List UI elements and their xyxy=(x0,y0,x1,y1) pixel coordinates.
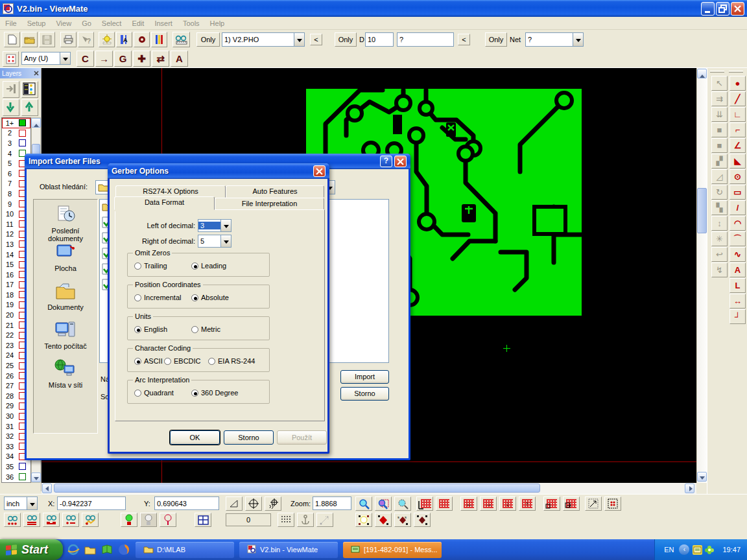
place-computer[interactable]: Tento počítač xyxy=(34,320,97,350)
menu-insert[interactable]: Insert xyxy=(149,19,178,27)
filled-square-2-tool[interactable]: ■ xyxy=(711,138,728,153)
filled-square-tool[interactable]: ■ xyxy=(711,122,728,137)
radio-leading[interactable]: Leading xyxy=(191,262,226,270)
layers-scroll-down-icon[interactable] xyxy=(31,472,41,482)
radio-quadrant[interactable]: Quadrant xyxy=(134,389,174,397)
menu-view[interactable]: View xyxy=(51,19,77,27)
triangle-draw-tool[interactable]: ◣ xyxy=(729,154,746,169)
right-of-decimal-arrow-icon[interactable] xyxy=(220,235,231,247)
import-cancel-button[interactable]: Storno xyxy=(340,387,389,401)
aperture-tool-2-button[interactable]: → xyxy=(95,51,113,67)
measure-angle-button[interactable] xyxy=(226,496,243,511)
tray-icq-icon[interactable] xyxy=(705,545,715,555)
layer-color-swatch[interactable] xyxy=(19,119,26,126)
view-pads-button[interactable] xyxy=(4,513,21,527)
place-desktop[interactable]: Plocha xyxy=(34,242,97,272)
radio-button-icon[interactable] xyxy=(134,358,141,365)
scroll-right-icon[interactable] xyxy=(685,484,694,493)
net-combo-arrow-icon[interactable] xyxy=(573,33,583,46)
quicklaunch-folder-icon[interactable] xyxy=(84,543,97,556)
view-traces-button[interactable] xyxy=(23,513,40,527)
draw-pad-button[interactable] xyxy=(375,513,392,527)
gerber-dialog-close-button[interactable] xyxy=(313,165,326,177)
layer-combo-arrow-icon[interactable] xyxy=(294,33,304,46)
arc-draw-tool[interactable]: ◠ xyxy=(729,216,746,231)
taskbar-task-2[interactable]: V2.bin - ViewMate xyxy=(239,542,338,558)
polyline-draw-tool[interactable]: ∟ xyxy=(729,107,746,122)
zoom-selection-button[interactable] xyxy=(375,496,392,511)
import-dialog-help-button[interactable]: ? xyxy=(380,156,392,167)
import-button[interactable]: Import xyxy=(340,370,389,384)
move-forward-tool[interactable]: ⇉ xyxy=(711,91,728,106)
pan-left-button[interactable]: ← xyxy=(460,496,477,511)
radio-button-icon[interactable] xyxy=(208,358,215,365)
units-combo-arrow-icon[interactable] xyxy=(27,497,37,509)
layer-table-button[interactable] xyxy=(21,81,38,98)
aperture-tool-5-button[interactable]: ⇄ xyxy=(152,51,169,67)
pan-right-button[interactable]: → xyxy=(480,496,497,511)
split-view-button[interactable] xyxy=(195,513,211,527)
toolbar-grip[interactable] xyxy=(729,71,743,73)
radio-button-icon[interactable] xyxy=(191,326,198,333)
units-combo[interactable]: inch xyxy=(4,496,38,510)
aperture-tool-3-button[interactable]: G xyxy=(114,51,132,67)
layers-panel-title[interactable]: Layers xyxy=(0,68,41,78)
vertical-scrollbar[interactable] xyxy=(696,68,707,483)
menu-select[interactable]: Select xyxy=(97,19,127,27)
radio-ebcdic[interactable]: EBCDIC xyxy=(164,357,201,365)
left-of-decimal-combo[interactable]: 3 xyxy=(198,219,231,232)
layer-row-1[interactable]: 1+ xyxy=(2,118,30,128)
new-file-button[interactable] xyxy=(4,32,20,47)
rotate-tool[interactable]: ↻ xyxy=(711,185,728,200)
tray-notes-icon[interactable] xyxy=(693,545,702,555)
layer-down-button[interactable] xyxy=(3,99,19,116)
pan-up-button[interactable]: ↑ xyxy=(519,496,536,511)
aperture-tool-1-button[interactable]: C xyxy=(77,51,94,67)
shear-tool[interactable]: ◿ xyxy=(711,169,728,184)
quicklaunch-book-icon[interactable] xyxy=(101,543,113,556)
context-help-button[interactable]: ? xyxy=(78,32,94,47)
minimize-button[interactable] xyxy=(701,2,715,16)
zoom-window-button[interactable] xyxy=(394,496,411,511)
undo-shape-tool[interactable]: ↩ xyxy=(711,247,728,262)
highlight-on-button[interactable] xyxy=(121,513,137,527)
layer-color-swatch[interactable] xyxy=(19,463,26,470)
close-button[interactable] xyxy=(731,2,744,16)
gerber-cancel-button[interactable]: Storno xyxy=(224,430,274,445)
radio-english[interactable]: English xyxy=(134,325,167,333)
menu-edit[interactable]: Edit xyxy=(126,19,149,27)
zoom-input[interactable]: 1.8868 xyxy=(313,496,351,510)
zoom-in-button[interactable] xyxy=(355,496,372,511)
layer-color-swatch[interactable] xyxy=(19,473,26,480)
left-of-decimal-arrow-icon[interactable] xyxy=(220,220,231,231)
pan-down-button[interactable]: ↓ xyxy=(499,496,516,511)
line-draw-tool[interactable]: ╱ xyxy=(729,91,746,106)
place-network[interactable]: Místa v síti xyxy=(34,359,97,389)
place-documents[interactable]: Dokumenty xyxy=(34,281,97,311)
swap-grid-button[interactable] xyxy=(563,496,580,511)
dcode-view-button[interactable] xyxy=(134,32,150,47)
text-draw-tool[interactable]: A xyxy=(729,262,746,277)
clock[interactable]: 19:47 xyxy=(722,546,741,554)
radio-absolute[interactable]: Absolute xyxy=(191,294,229,301)
quicklaunch-firefox-icon[interactable] xyxy=(117,543,130,556)
step-repeat-tool[interactable]: ↕ xyxy=(711,216,728,231)
elbow-draw-tool[interactable]: ⌐ xyxy=(729,122,746,137)
net-combo[interactable]: ? xyxy=(525,32,584,47)
radio-button-icon[interactable] xyxy=(164,358,171,365)
stretch-button[interactable] xyxy=(585,496,602,511)
ok-button[interactable]: OK xyxy=(170,430,220,445)
pad-draw-tool[interactable]: ● xyxy=(729,76,746,91)
view-measure-button[interactable] xyxy=(172,32,190,47)
toolbar-grip[interactable] xyxy=(710,71,724,73)
width-draw-tool[interactable]: ↔ xyxy=(729,294,746,309)
radio-incremental[interactable]: Incremental xyxy=(134,294,181,301)
cursor-tool[interactable]: ↖ xyxy=(711,76,728,91)
scroll-down-icon[interactable] xyxy=(697,472,707,482)
origin-button[interactable] xyxy=(245,496,262,511)
menu-setup[interactable]: Setup xyxy=(22,19,51,27)
label-draw-tool[interactable]: L xyxy=(729,278,746,293)
gear-tool[interactable]: ✳ xyxy=(711,231,728,246)
prev-dcode-button[interactable]: < xyxy=(458,34,470,45)
menu-file[interactable]: File xyxy=(0,19,22,27)
